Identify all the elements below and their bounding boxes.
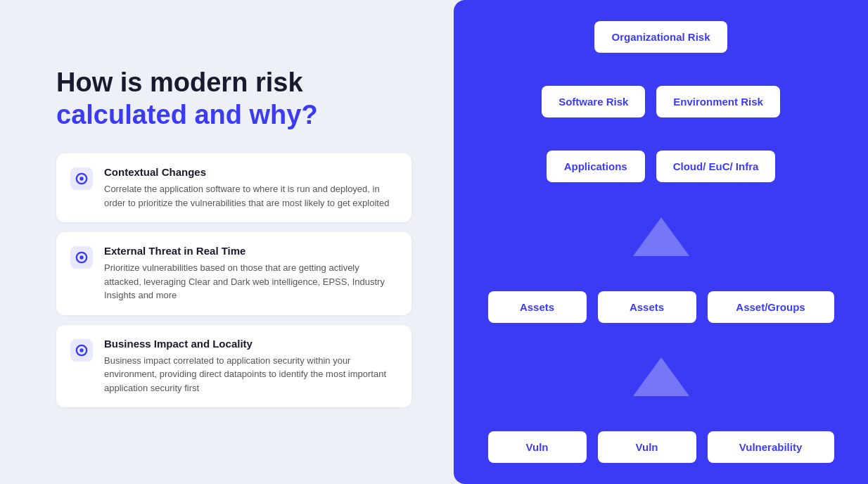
card-title-external-threat: External Threat in Real Time bbox=[104, 245, 397, 257]
up-arrow-1 bbox=[633, 217, 689, 256]
diagram: Organizational Risk Software Risk Enviro… bbox=[475, 21, 847, 463]
vuln-box-2: Vuln bbox=[598, 431, 696, 463]
diagram-row-assets: Assets Assets Asset/Groups bbox=[475, 291, 847, 323]
svg-point-5 bbox=[79, 348, 83, 352]
up-arrow-2 bbox=[633, 357, 689, 396]
headline-line2: calculated and why? bbox=[56, 99, 411, 132]
applications-box: Applications bbox=[547, 151, 645, 182]
card-content-external-threat: External Threat in Real Time Prioritize … bbox=[104, 245, 397, 302]
svg-marker-7 bbox=[633, 357, 689, 396]
headline: How is modern risk calculated and why? bbox=[56, 67, 411, 131]
card-icon-business-impact bbox=[70, 339, 93, 362]
circle-icon-contextual-changes bbox=[75, 172, 88, 185]
headline-line1: How is modern risk bbox=[56, 67, 411, 99]
asset-groups-box: Asset/Groups bbox=[708, 291, 834, 323]
assets-box-1: Assets bbox=[488, 291, 587, 323]
cloud-label: Cloud/ EuC/ Infra bbox=[673, 160, 759, 172]
card-desc-contextual-changes: Correlate the application software to wh… bbox=[104, 182, 397, 210]
svg-point-1 bbox=[79, 177, 83, 180]
environment-risk-label: Environment Risk bbox=[673, 96, 763, 108]
assets-label-2: Assets bbox=[630, 301, 664, 313]
vuln-box-1: Vuln bbox=[488, 431, 587, 463]
card-business-impact: Business Impact and Locality Business im… bbox=[56, 325, 411, 408]
card-title-business-impact: Business Impact and Locality bbox=[104, 338, 397, 350]
right-panel: Organizational Risk Software Risk Enviro… bbox=[454, 0, 868, 484]
org-risk-label: Organizational Risk bbox=[611, 31, 710, 43]
diagram-row-org: Organizational Risk bbox=[475, 21, 847, 53]
diagram-row-vulns: Vuln Vuln Vulnerability bbox=[475, 431, 847, 463]
svg-point-3 bbox=[79, 255, 83, 259]
card-external-threat: External Threat in Real Time Prioritize … bbox=[56, 232, 411, 315]
assets-box-2: Assets bbox=[598, 291, 696, 323]
card-title-contextual-changes: Contextual Changes bbox=[104, 166, 397, 178]
arrow-row-1 bbox=[633, 215, 689, 257]
left-panel: How is modern risk calculated and why? C… bbox=[0, 0, 454, 484]
card-content-business-impact: Business Impact and Locality Business im… bbox=[104, 338, 397, 395]
applications-label: Applications bbox=[564, 160, 627, 172]
card-icon-contextual-changes bbox=[70, 167, 93, 190]
cards-container: Contextual Changes Correlate the applica… bbox=[56, 153, 411, 417]
assets-label-1: Assets bbox=[520, 301, 554, 313]
card-desc-external-threat: Prioritize vulnerabilities based on thos… bbox=[104, 261, 397, 302]
environment-risk-box: Environment Risk bbox=[656, 86, 780, 117]
svg-marker-6 bbox=[633, 217, 689, 256]
cloud-box: Cloud/ EuC/ Infra bbox=[656, 151, 776, 182]
card-content-contextual-changes: Contextual Changes Correlate the applica… bbox=[104, 166, 397, 210]
card-icon-external-threat bbox=[70, 246, 93, 269]
org-risk-box: Organizational Risk bbox=[594, 21, 727, 53]
asset-groups-label: Asset/Groups bbox=[736, 301, 805, 313]
vulnerability-box: Vulnerability bbox=[708, 431, 834, 463]
vulnerability-label: Vulnerability bbox=[739, 441, 802, 453]
card-desc-business-impact: Business impact correlated to applicatio… bbox=[104, 354, 397, 395]
diagram-row-app-cloud: Applications Cloud/ EuC/ Infra bbox=[475, 151, 847, 182]
vuln-label-2: Vuln bbox=[636, 441, 658, 453]
software-risk-label: Software Risk bbox=[559, 96, 628, 108]
arrow-row-2 bbox=[633, 356, 689, 398]
vuln-label-1: Vuln bbox=[526, 441, 549, 453]
software-risk-box: Software Risk bbox=[542, 86, 645, 117]
circle-icon-external-threat bbox=[75, 251, 88, 264]
diagram-row-sw-env: Software Risk Environment Risk bbox=[475, 86, 847, 117]
card-contextual-changes: Contextual Changes Correlate the applica… bbox=[56, 153, 411, 222]
circle-icon-business-impact bbox=[75, 344, 88, 357]
